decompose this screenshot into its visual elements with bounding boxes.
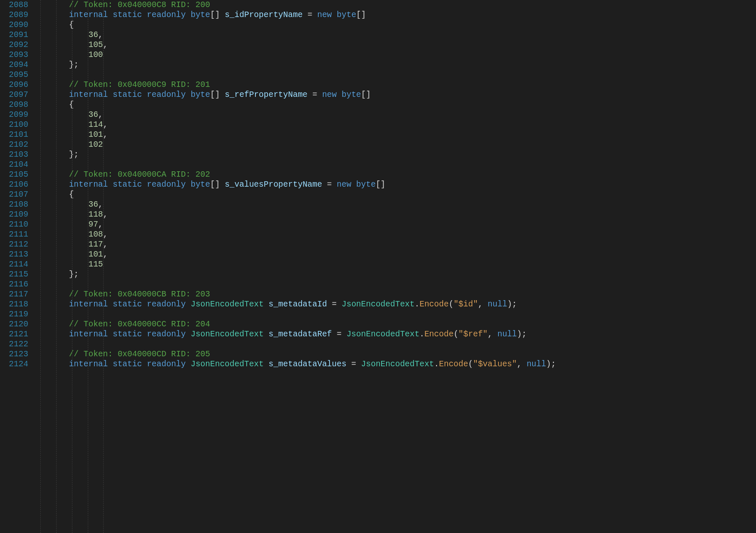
token-number: 115 bbox=[88, 260, 103, 269]
line-number[interactable]: 2114 bbox=[0, 259, 28, 269]
line-number[interactable]: 2111 bbox=[0, 229, 28, 239]
code-line[interactable]: internal static readonly byte[] s_refPro… bbox=[30, 90, 756, 100]
token-whitespace bbox=[30, 250, 88, 259]
token-punc: , bbox=[103, 40, 108, 49]
code-line[interactable]: 102 bbox=[30, 140, 756, 150]
code-line[interactable]: 117, bbox=[30, 239, 756, 249]
code-line[interactable]: // Token: 0x040000C8 RID: 200 bbox=[30, 0, 756, 10]
line-number[interactable]: 2113 bbox=[0, 249, 28, 259]
code-line[interactable]: 118, bbox=[30, 210, 756, 220]
code-line[interactable]: 97, bbox=[30, 220, 756, 229]
line-number[interactable]: 2110 bbox=[0, 220, 28, 229]
code-line[interactable]: 101, bbox=[30, 249, 756, 259]
token-punc: ( bbox=[449, 300, 454, 309]
code-line[interactable]: 36, bbox=[30, 200, 756, 210]
code-line[interactable]: 101, bbox=[30, 130, 756, 140]
code-line[interactable]: 36, bbox=[30, 110, 756, 120]
line-number[interactable]: 2088 bbox=[0, 0, 28, 10]
token-whitespace bbox=[30, 130, 88, 139]
line-number[interactable]: 2098 bbox=[0, 100, 28, 110]
line-number[interactable]: 2093 bbox=[0, 50, 28, 60]
code-line[interactable]: internal static readonly byte[] s_values… bbox=[30, 180, 756, 190]
line-number[interactable]: 2104 bbox=[0, 160, 28, 170]
token-whitespace bbox=[30, 80, 69, 89]
code-line[interactable]: }; bbox=[30, 269, 756, 279]
code-line[interactable]: // Token: 0x040000CB RID: 203 bbox=[30, 289, 756, 299]
token-keyword: static bbox=[113, 330, 142, 339]
token-keyword: null bbox=[497, 330, 517, 339]
code-line[interactable]: // Token: 0x040000C9 RID: 201 bbox=[30, 80, 756, 90]
code-line[interactable]: 100 bbox=[30, 50, 756, 60]
line-number[interactable]: 2091 bbox=[0, 30, 28, 40]
line-number[interactable]: 2115 bbox=[0, 269, 28, 279]
line-number[interactable]: 2095 bbox=[0, 70, 28, 80]
token-punc: { bbox=[69, 100, 74, 109]
line-number[interactable]: 2107 bbox=[0, 190, 28, 200]
token-keyword: byte bbox=[356, 180, 376, 189]
token-punc: { bbox=[69, 190, 74, 199]
line-number[interactable]: 2094 bbox=[0, 60, 28, 70]
token-keyword: byte bbox=[191, 90, 210, 99]
code-line[interactable]: 108, bbox=[30, 229, 756, 239]
code-area[interactable]: // Token: 0x040000C8 RID: 200 internal s… bbox=[30, 0, 756, 533]
token-keyword: byte bbox=[337, 10, 356, 20]
token-punc: , bbox=[103, 250, 108, 259]
line-number[interactable]: 2122 bbox=[0, 339, 28, 349]
token-punc: ( bbox=[454, 330, 459, 339]
code-line[interactable]: 105, bbox=[30, 40, 756, 50]
line-number[interactable]: 2102 bbox=[0, 140, 28, 150]
line-number[interactable]: 2116 bbox=[0, 279, 28, 289]
code-line[interactable]: // Token: 0x040000CC RID: 204 bbox=[30, 319, 756, 329]
line-number[interactable]: 2101 bbox=[0, 130, 28, 140]
code-line[interactable] bbox=[30, 339, 756, 349]
line-number[interactable]: 2099 bbox=[0, 110, 28, 120]
line-number[interactable]: 2118 bbox=[0, 299, 28, 309]
line-number[interactable]: 2112 bbox=[0, 239, 28, 249]
line-number[interactable]: 2109 bbox=[0, 210, 28, 220]
line-number[interactable]: 2108 bbox=[0, 200, 28, 210]
line-number[interactable]: 2123 bbox=[0, 349, 28, 359]
code-line[interactable]: // Token: 0x040000CA RID: 202 bbox=[30, 170, 756, 180]
token-whitespace bbox=[30, 100, 69, 109]
vertical-scrollbar[interactable] bbox=[749, 0, 756, 533]
token-whitespace bbox=[142, 300, 147, 309]
line-number[interactable]: 2103 bbox=[0, 150, 28, 160]
code-line[interactable]: internal static readonly JsonEncodedText… bbox=[30, 359, 756, 369]
code-line[interactable]: // Token: 0x040000CD RID: 205 bbox=[30, 349, 756, 359]
code-line[interactable] bbox=[30, 309, 756, 319]
line-number[interactable]: 2117 bbox=[0, 289, 28, 299]
code-line[interactable]: }; bbox=[30, 150, 756, 160]
code-line[interactable]: internal static readonly JsonEncodedText… bbox=[30, 329, 756, 339]
code-line[interactable] bbox=[30, 279, 756, 289]
code-line[interactable] bbox=[30, 70, 756, 80]
line-number[interactable]: 2106 bbox=[0, 180, 28, 190]
code-line[interactable]: 115 bbox=[30, 259, 756, 269]
token-punc: . bbox=[419, 330, 424, 339]
line-number[interactable]: 2119 bbox=[0, 309, 28, 319]
token-whitespace bbox=[30, 190, 69, 199]
code-line[interactable]: { bbox=[30, 20, 756, 30]
line-number[interactable]: 2090 bbox=[0, 20, 28, 30]
token-whitespace bbox=[30, 220, 88, 229]
line-number[interactable]: 2120 bbox=[0, 319, 28, 329]
line-number[interactable]: 2121 bbox=[0, 329, 28, 339]
code-line[interactable]: { bbox=[30, 100, 756, 110]
code-line[interactable]: 36, bbox=[30, 30, 756, 40]
code-line[interactable]: 114, bbox=[30, 120, 756, 130]
line-number[interactable]: 2100 bbox=[0, 120, 28, 130]
code-line[interactable]: }; bbox=[30, 60, 756, 70]
code-editor[interactable]: 2088208920902091209220932094209520962097… bbox=[0, 0, 756, 533]
line-number[interactable]: 2097 bbox=[0, 90, 28, 100]
code-line[interactable]: internal static readonly JsonEncodedText… bbox=[30, 299, 756, 309]
token-number: 118 bbox=[88, 210, 103, 219]
code-line[interactable]: { bbox=[30, 190, 756, 200]
line-number[interactable]: 2124 bbox=[0, 359, 28, 369]
line-number[interactable]: 2105 bbox=[0, 170, 28, 180]
line-number[interactable]: 2089 bbox=[0, 10, 28, 20]
code-line[interactable]: internal static readonly byte[] s_idProp… bbox=[30, 10, 756, 20]
code-line[interactable] bbox=[30, 160, 756, 170]
token-keyword: byte bbox=[191, 10, 210, 20]
line-number[interactable]: 2096 bbox=[0, 80, 28, 90]
line-number-gutter[interactable]: 2088208920902091209220932094209520962097… bbox=[0, 0, 30, 533]
line-number[interactable]: 2092 bbox=[0, 40, 28, 50]
